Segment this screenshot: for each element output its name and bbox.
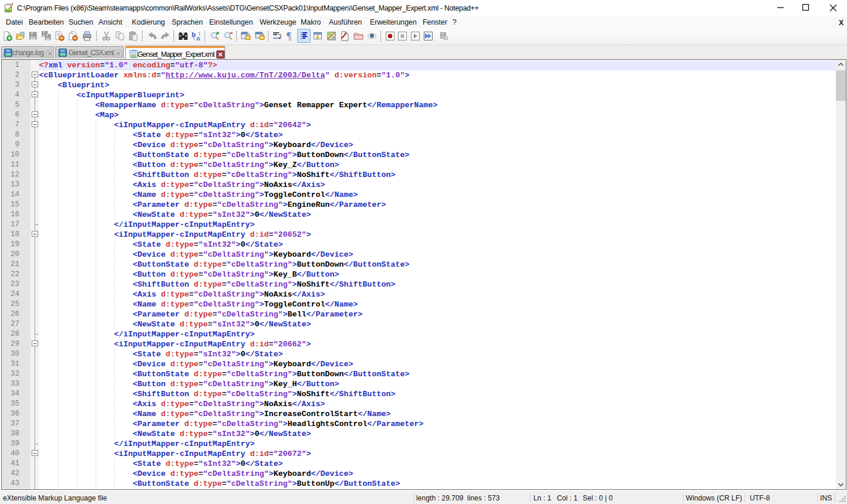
svg-text:¶: ¶ <box>287 31 291 41</box>
svg-text:a: a <box>196 35 200 41</box>
